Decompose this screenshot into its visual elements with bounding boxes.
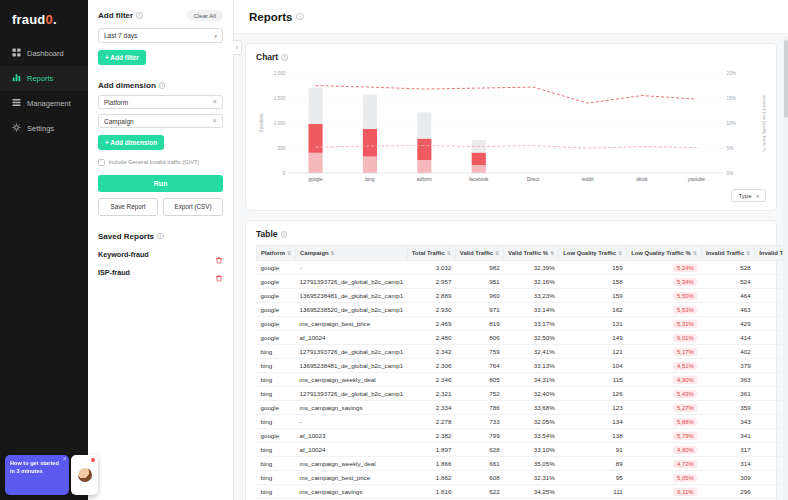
cell-low_quality_traffic: 91 <box>559 443 627 457</box>
add-filter-button[interactable]: + Add filter <box>98 50 146 65</box>
cell-valid_traffic_pct: 34,25% <box>504 485 559 499</box>
trash-icon[interactable] <box>215 250 223 258</box>
bar-segment[interactable] <box>308 153 322 173</box>
cell-valid_traffic: 764 <box>455 359 503 373</box>
sidebar-item-reports[interactable]: Reports <box>0 66 88 91</box>
saved-report-isp-fraud[interactable]: ISP-fraud <box>98 268 223 277</box>
bar-segment[interactable] <box>308 88 322 124</box>
table-row: bingms_campaign_best_price1.86260832,31%… <box>257 471 788 485</box>
trash-icon[interactable] <box>215 268 223 276</box>
column-header-total_traffic[interactable]: Total Traffic⇅ <box>407 246 455 261</box>
info-icon: i <box>157 233 164 240</box>
cell-campaign: ms_campaign_weekly_deal <box>296 373 408 387</box>
add-dimension-button[interactable]: + Add dimension <box>98 135 164 150</box>
cell-low_quality_traffic_pct: 4,80% <box>627 443 702 457</box>
chart-type-select[interactable]: Type ▾ <box>731 189 766 202</box>
list-icon <box>12 98 21 109</box>
svg-text:bing: bing <box>365 177 374 182</box>
cell-invalid_traffic: 317 <box>701 443 754 457</box>
bar-segment[interactable] <box>472 153 486 165</box>
bar-segment[interactable] <box>308 124 322 153</box>
cell-total_traffic: 1.862 <box>407 471 455 485</box>
cell-campaign: - <box>296 415 408 429</box>
sort-icon[interactable]: ⇅ <box>693 250 697 256</box>
cell-campaign: 13695238481_de_global_b2c_camp1 <box>296 289 408 303</box>
dimension-chip-campaign[interactable]: Campaign × <box>98 114 223 128</box>
cell-valid_traffic_pct: 33,54% <box>504 429 559 443</box>
cell-valid_traffic_pct: 32,40% <box>504 387 559 401</box>
sort-icon[interactable]: ⇅ <box>331 250 335 256</box>
cell-invalid_traffic: 464 <box>701 289 754 303</box>
cell-platform: bing <box>257 359 296 373</box>
remove-icon[interactable]: × <box>213 98 217 106</box>
date-range-select[interactable]: Last 7 days ▾ <box>98 28 223 43</box>
page-title: Reports <box>249 11 292 23</box>
cell-valid_traffic: 759 <box>455 345 503 359</box>
bar-segment[interactable] <box>417 139 431 160</box>
chat-widget[interactable]: × How to get started in 3 minutes <box>5 455 98 495</box>
cell-valid_traffic: 951 <box>455 275 503 289</box>
cell-low_quality_traffic: 115 <box>559 373 627 387</box>
page-scrollbar-track[interactable] <box>783 36 788 500</box>
cell-platform: bing <box>257 373 296 387</box>
sort-icon[interactable]: ⇅ <box>550 250 554 256</box>
cell-low_quality_traffic: 159 <box>559 261 627 275</box>
export-csv-button[interactable]: Export (CSV) <box>163 198 223 216</box>
saved-report-name: ISP-fraud <box>98 268 130 277</box>
sidebar-item-management[interactable]: Management <box>0 91 88 116</box>
saved-report-name: Keyword-fraud <box>98 250 149 259</box>
dimension-chip-platform[interactable]: Platform × <box>98 95 223 109</box>
column-header-low_quality_traffic_pct[interactable]: Low Quality Traffic %⇅ <box>627 246 702 261</box>
cell-campaign: ms_campaign_weekly_deal <box>296 457 408 471</box>
sort-icon[interactable]: ⇅ <box>746 250 750 256</box>
column-header-platform[interactable]: Platform⇅ <box>257 246 296 261</box>
cell-campaign: ms_campaign_savings <box>296 485 408 499</box>
bar-segment[interactable] <box>417 160 431 173</box>
column-header-invalid_traffic[interactable]: Invalid Traffic⇅ <box>701 246 754 261</box>
cell-valid_traffic: 733 <box>455 415 503 429</box>
cell-platform: bing <box>257 485 296 499</box>
chat-video-card[interactable] <box>71 455 98 495</box>
cell-valid_traffic_pct: 35,05% <box>504 457 559 471</box>
givt-checkbox[interactable] <box>98 159 105 166</box>
table-row: bingaf_100241.89762833,10%914,80%31716,7… <box>257 443 788 457</box>
save-report-button[interactable]: Save Report <box>98 198 158 216</box>
column-header-campaign[interactable]: Campaign⇅ <box>296 246 408 261</box>
sidebar: fraud0. Dashboard Reports Management Set… <box>0 0 88 500</box>
sidebar-item-settings[interactable]: Settings <box>0 116 88 141</box>
bar-segment[interactable] <box>363 95 377 129</box>
column-header-valid_traffic_pct[interactable]: Valid Traffic %⇅ <box>504 246 559 261</box>
cell-valid_traffic: 786 <box>455 401 503 415</box>
clear-all-button[interactable]: Clear All <box>187 10 223 21</box>
sort-icon[interactable]: ⇅ <box>447 250 451 256</box>
chat-message-bubble[interactable]: × How to get started in 3 minutes <box>5 455 69 495</box>
bar-segment[interactable] <box>417 112 431 138</box>
cell-valid_traffic_pct: 33,68% <box>504 401 559 415</box>
cell-low_quality_traffic_pct: 6,01% <box>627 331 702 345</box>
close-icon[interactable]: × <box>63 456 67 463</box>
cell-platform: google <box>257 289 296 303</box>
percent-badge: 4,72% <box>673 460 697 468</box>
collapse-panel-handle[interactable]: ‹ <box>233 40 242 55</box>
sort-icon[interactable]: ⇅ <box>618 250 622 256</box>
saved-report-keyword-fraud[interactable]: Keyword-fraud <box>98 250 223 259</box>
sidebar-item-dashboard[interactable]: Dashboard <box>0 41 88 66</box>
app-root: fraud0. Dashboard Reports Management Set… <box>0 0 788 500</box>
sort-icon[interactable]: ⇅ <box>495 250 499 256</box>
svg-text:5%: 5% <box>727 146 734 151</box>
sort-icon[interactable]: ⇅ <box>287 250 291 256</box>
cell-invalid_traffic: 379 <box>701 359 754 373</box>
column-header-low_quality_traffic[interactable]: Low Quality Traffic⇅ <box>559 246 627 261</box>
svg-text:google: google <box>308 177 323 182</box>
cell-valid_traffic_pct: 32,05% <box>504 415 559 429</box>
column-header-valid_traffic[interactable]: Valid Traffic⇅ <box>455 246 503 261</box>
bar-segment[interactable] <box>363 129 377 157</box>
page-scrollbar-thumb[interactable] <box>784 40 788 118</box>
bar-segment[interactable] <box>472 165 486 173</box>
remove-icon[interactable]: × <box>213 117 217 125</box>
date-range-value: Last 7 days <box>104 32 137 39</box>
cell-valid_traffic_pct: 32,50% <box>504 331 559 345</box>
run-button[interactable]: Run <box>98 175 223 192</box>
bar-segment[interactable] <box>363 157 377 173</box>
percent-badge: 4,51% <box>673 362 697 370</box>
